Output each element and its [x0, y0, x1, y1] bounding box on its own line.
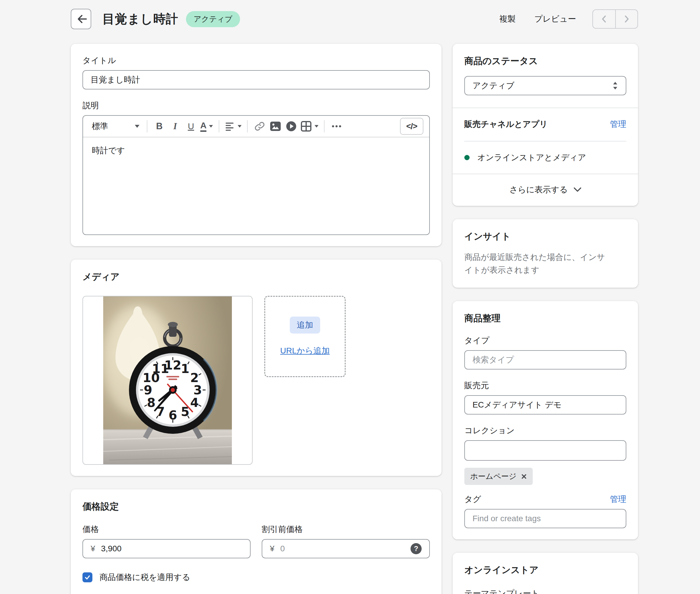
- product-edit-page: 目覚まし時計 アクティブ 複製 プレビュー: [0, 0, 700, 594]
- sales-channels-label: 販売チャネルとアプリ: [464, 119, 548, 130]
- insert-table-button[interactable]: [299, 119, 320, 134]
- caret-down-icon: [314, 125, 319, 128]
- svg-text:1: 1: [181, 362, 189, 376]
- media-upload-dropzone[interactable]: 追加 URLから追加: [264, 296, 346, 377]
- status-heading: 商品のステータス: [464, 55, 626, 67]
- description-text: 時計です: [92, 146, 125, 155]
- description-editor-body[interactable]: 時計です: [83, 137, 429, 234]
- svg-text:6: 6: [168, 408, 177, 422]
- price-input[interactable]: [101, 544, 243, 553]
- collection-tag: ホームページ: [464, 468, 533, 485]
- caret-down-icon: [237, 125, 242, 128]
- vendor-input[interactable]: [473, 400, 618, 409]
- tax-checkbox-label[interactable]: 商品価格に税を適用する: [99, 572, 190, 583]
- updown-caret-icon: [612, 81, 618, 90]
- page-title: 目覚まし時計: [102, 11, 178, 27]
- vendor-input-shell: [464, 395, 626, 415]
- type-label: タイプ: [464, 335, 626, 346]
- tags-input-shell: [464, 509, 626, 528]
- chevron-right-icon: [623, 14, 631, 24]
- pricing-card: 価格設定 価格 ¥ 割引前価格 ¥: [71, 489, 442, 594]
- show-more-toggle[interactable]: さらに表示する: [453, 174, 638, 206]
- pricing-heading: 価格設定: [83, 500, 430, 513]
- collection-tag-label: ホームページ: [470, 471, 516, 482]
- rich-text-editor: 標準 B I U: [83, 115, 430, 235]
- organization-heading: 商品整理: [464, 312, 626, 325]
- paragraph-style-value: 標準: [92, 121, 108, 132]
- status-badge: アクティブ: [186, 11, 240, 27]
- insights-body: 商品が最近販売された場合に、インサイトが表示されます: [464, 251, 610, 276]
- collections-input-shell: [464, 440, 626, 461]
- currency-prefix: ¥: [91, 544, 95, 553]
- caret-down-icon: [134, 125, 140, 128]
- media-heading: メディア: [83, 271, 430, 283]
- italic-button[interactable]: I: [167, 119, 183, 134]
- bold-button[interactable]: B: [152, 119, 167, 134]
- product-image-tile[interactable]: 12 1 2 3 4 5 6 7 8 9: [83, 296, 253, 465]
- title-label: タイトル: [83, 55, 430, 66]
- title-input[interactable]: [91, 75, 422, 85]
- insert-image-button[interactable]: [267, 119, 283, 134]
- bold-icon: B: [156, 121, 163, 132]
- manage-channels-link[interactable]: 管理: [610, 119, 626, 130]
- caret-down-icon: [209, 125, 213, 128]
- tags-label: タグ: [464, 494, 481, 505]
- currency-prefix: ¥: [270, 544, 275, 553]
- arrow-left-icon: [74, 12, 88, 26]
- play-circle-icon: [285, 121, 297, 132]
- remove-tag-icon[interactable]: [521, 473, 527, 480]
- product-organization-card: 商品整理 タイプ 販売元 コレクション: [453, 301, 638, 539]
- show-html-button[interactable]: </>: [400, 118, 423, 135]
- ellipsis-icon: [331, 121, 342, 132]
- compare-price-label: 割引前価格: [262, 524, 430, 535]
- price-input-shell: ¥: [83, 539, 251, 558]
- text-color-icon: A: [200, 121, 207, 132]
- product-type-input[interactable]: [473, 355, 618, 365]
- insert-link-button[interactable]: [252, 119, 267, 134]
- text-color-button[interactable]: A: [199, 119, 215, 134]
- chevron-left-icon: [600, 14, 608, 24]
- link-icon: [254, 121, 265, 132]
- help-icon[interactable]: ?: [411, 543, 422, 554]
- insert-video-button[interactable]: [283, 119, 299, 134]
- svg-text:3: 3: [193, 383, 202, 397]
- product-pagination: [593, 9, 638, 29]
- alignment-button[interactable]: [223, 119, 243, 134]
- chevron-down-icon: [574, 187, 581, 192]
- add-media-button[interactable]: 追加: [290, 317, 320, 334]
- title-description-card: タイトル 説明 標準 B: [71, 44, 442, 246]
- online-store-card: オンラインストア テーマテンプレート: [453, 553, 638, 594]
- add-from-url-link[interactable]: URLから追加: [280, 345, 329, 356]
- show-more-label: さらに表示する: [509, 184, 568, 195]
- next-product-button[interactable]: [615, 10, 637, 28]
- back-button[interactable]: [71, 9, 91, 29]
- collections-input[interactable]: [473, 446, 618, 455]
- tax-checkbox[interactable]: [83, 572, 92, 582]
- paragraph-style-select[interactable]: 標準: [89, 121, 143, 132]
- underline-button[interactable]: U: [183, 119, 199, 134]
- more-formatting-button[interactable]: [329, 119, 345, 134]
- alarm-clock-photo: 12 1 2 3 4 5 6 7 8 9: [103, 296, 232, 464]
- editor-toolbar: 標準 B I U: [83, 116, 429, 137]
- status-select[interactable]: アクティブ: [464, 76, 626, 95]
- table-icon: [300, 121, 312, 132]
- compare-price-input[interactable]: [280, 544, 411, 553]
- previous-product-button[interactable]: [593, 10, 615, 28]
- title-input-shell: [83, 70, 430, 90]
- code-icon: </>: [406, 122, 417, 131]
- svg-text:4: 4: [190, 396, 198, 410]
- align-text-icon: [225, 121, 235, 132]
- online-store-heading: オンラインストア: [464, 564, 626, 576]
- image-icon: [269, 121, 281, 132]
- svg-text:11: 11: [152, 362, 169, 376]
- price-label: 価格: [83, 524, 251, 535]
- channel-active-dot-icon: [464, 155, 470, 160]
- product-status-card: 商品のステータス アクティブ 販売チャネルとアプリ: [453, 44, 638, 206]
- duplicate-button[interactable]: 複製: [499, 13, 515, 25]
- theme-template-label: テーマテンプレート: [464, 588, 626, 594]
- status-select-value: アクティブ: [473, 80, 514, 91]
- preview-button[interactable]: プレビュー: [534, 13, 576, 25]
- manage-tags-link[interactable]: 管理: [610, 494, 626, 505]
- tags-input[interactable]: [473, 514, 618, 523]
- description-label: 説明: [83, 100, 430, 111]
